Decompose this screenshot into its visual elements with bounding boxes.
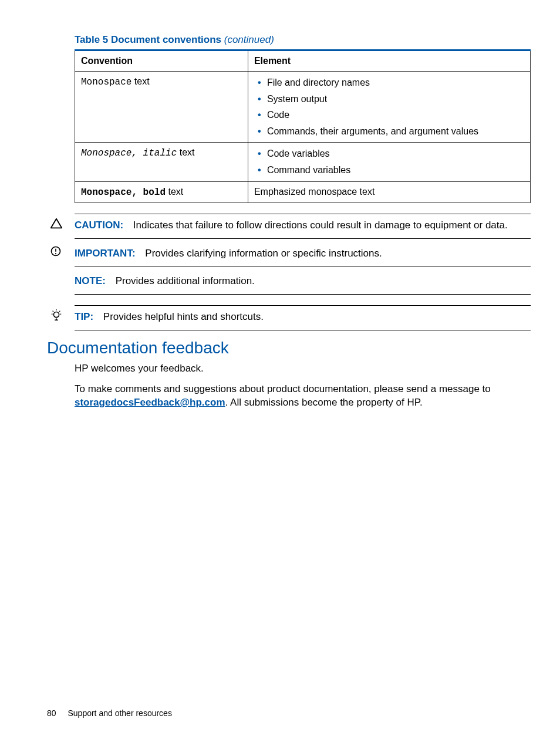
caution-text: Indicates that failure to follow directi… <box>133 220 508 231</box>
tip-text: Provides helpful hints and shortcuts. <box>103 311 264 322</box>
table-header-element: Element <box>248 50 530 72</box>
feedback-para-1: HP welcomes your feedback. <box>75 362 531 376</box>
note-admonition: NOTE: Provides additional information. <box>75 270 531 295</box>
important-admonition: IMPORTANT: Provides clarifying informati… <box>75 242 531 267</box>
important-text: Provides clarifying information or speci… <box>145 248 382 259</box>
list-item: File and directory names <box>254 76 524 89</box>
list-item: Commands, their arguments, and argument … <box>254 125 524 138</box>
convention-suffix: text <box>166 187 183 197</box>
feedback-para-2: To make comments and suggestions about p… <box>75 383 531 410</box>
convention-suffix: text <box>131 76 149 86</box>
convention-suffix: text <box>177 147 194 157</box>
element-list: File and directory names System output C… <box>254 76 524 137</box>
tip-admonition: TIP: Provides helpful hints and shortcut… <box>75 305 531 330</box>
tip-icon <box>50 309 64 323</box>
list-item: Code <box>254 109 524 121</box>
table-header-convention: Convention <box>75 50 248 72</box>
svg-point-2 <box>55 253 56 254</box>
table-row: Monospace text File and directory names … <box>75 72 531 143</box>
footer-title: Support and other resources <box>68 708 171 718</box>
convention-mono: Monospace <box>81 77 131 87</box>
caution-admonition: CAUTION: Indicates that failure to follo… <box>75 214 531 239</box>
list-item: Command variables <box>254 164 524 177</box>
svg-line-9 <box>53 311 53 312</box>
table-row: Monospace, italic text Code variables Co… <box>75 143 531 181</box>
note-text: Provides additional information. <box>116 275 255 286</box>
caution-label: CAUTION: <box>75 220 123 231</box>
element-plain: Emphasized monospace text <box>248 181 530 202</box>
table-caption-continued: (continued) <box>224 34 274 45</box>
feedback-text-pre: To make comments and suggestions about p… <box>75 383 491 394</box>
convention-mono-bold: Monospace, bold <box>81 187 166 198</box>
feedback-email-link[interactable]: storagedocsFeedback@hp.com <box>75 397 225 408</box>
table-caption-title: Table 5 Document conventions <box>75 34 221 45</box>
table-caption: Table 5 Document conventions (continued) <box>75 34 531 46</box>
section-heading: Documentation feedback <box>47 339 531 357</box>
convention-mono-italic: Monospace, italic <box>81 148 177 158</box>
page-footer: 80 Support and other resources <box>47 708 172 718</box>
list-item: System output <box>254 93 524 106</box>
svg-line-10 <box>59 311 60 312</box>
table-row: Monospace, bold text Emphasized monospac… <box>75 181 531 202</box>
page-number: 80 <box>47 708 56 718</box>
tip-label: TIP: <box>75 311 93 322</box>
conventions-table: Convention Element Monospace text File a… <box>75 49 531 203</box>
element-list: Code variables Command variables <box>254 147 524 176</box>
caution-icon <box>50 217 64 231</box>
feedback-text-post: . All submissions become the property of… <box>225 397 423 408</box>
important-icon <box>50 245 64 259</box>
important-label: IMPORTANT: <box>75 248 136 259</box>
list-item: Code variables <box>254 147 524 160</box>
note-label: NOTE: <box>75 275 106 286</box>
svg-point-3 <box>53 312 59 318</box>
